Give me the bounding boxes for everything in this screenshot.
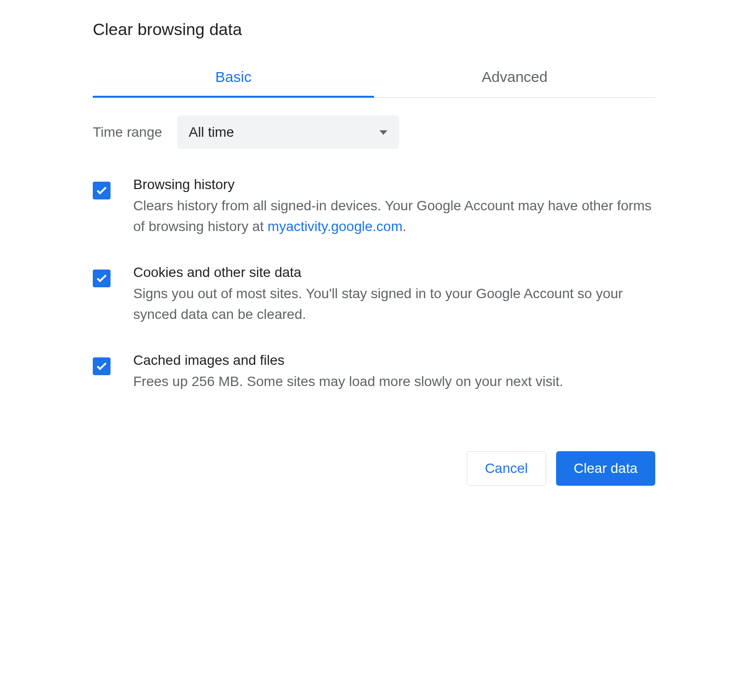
clear-browsing-data-dialog: Clear browsing data Basic Advanced Time …: [93, 20, 655, 486]
dialog-title: Clear browsing data: [93, 20, 655, 39]
check-icon: [95, 360, 108, 373]
time-range-value: All time: [189, 124, 234, 140]
option-title-cookies: Cookies and other site data: [133, 265, 655, 280]
time-range-select[interactable]: All time: [177, 116, 399, 149]
option-desc-browsing-history: Clears history from all signed-in device…: [133, 195, 655, 237]
tab-basic-label: Basic: [215, 69, 251, 85]
option-desc-cache: Frees up 256 MB. Some sites may load mor…: [133, 371, 655, 392]
tab-basic[interactable]: Basic: [93, 59, 374, 97]
tab-advanced[interactable]: Advanced: [374, 59, 655, 97]
dropdown-arrow-icon: [379, 130, 387, 135]
checkbox-cookies[interactable]: [93, 270, 111, 287]
check-icon: [95, 184, 108, 197]
checkbox-cache[interactable]: [93, 357, 111, 375]
option-text: Cookies and other site data Signs you ou…: [133, 265, 655, 325]
tabs: Basic Advanced: [93, 59, 655, 98]
option-cookies: Cookies and other site data Signs you ou…: [93, 265, 655, 325]
option-cache: Cached images and files Frees up 256 MB.…: [93, 352, 655, 392]
time-range-row: Time range All time: [93, 116, 655, 149]
option-text: Cached images and files Frees up 256 MB.…: [133, 352, 655, 392]
option-title-cache: Cached images and files: [133, 352, 655, 368]
myactivity-link[interactable]: myactivity.google.com: [267, 219, 402, 234]
tab-advanced-label: Advanced: [482, 69, 547, 85]
check-icon: [95, 272, 108, 285]
option-desc-cookies: Signs you out of most sites. You'll stay…: [133, 283, 655, 325]
clear-data-button[interactable]: Clear data: [556, 451, 655, 486]
option-text: Browsing history Clears history from all…: [133, 177, 655, 237]
option-title-browsing-history: Browsing history: [133, 177, 655, 193]
checkbox-browsing-history[interactable]: [93, 182, 111, 199]
time-range-label: Time range: [93, 124, 162, 140]
cancel-button[interactable]: Cancel: [467, 451, 546, 486]
dialog-content: Time range All time Browsing history Cle…: [93, 98, 655, 486]
dialog-buttons: Cancel Clear data: [93, 451, 655, 486]
option-browsing-history: Browsing history Clears history from all…: [93, 177, 655, 237]
desc-suffix: .: [403, 219, 407, 234]
